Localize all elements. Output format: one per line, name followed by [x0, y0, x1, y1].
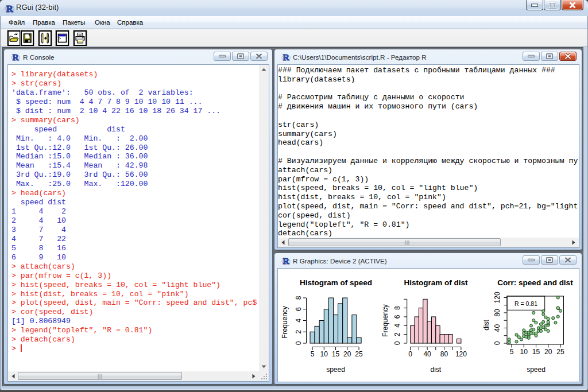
- svg-text:15: 15: [532, 348, 540, 356]
- svg-text:dist: dist: [482, 320, 490, 331]
- svg-text:8: 8: [393, 306, 401, 310]
- svg-text:120: 120: [493, 292, 501, 303]
- svg-text:2: 2: [295, 330, 303, 334]
- svg-text:8: 8: [295, 296, 303, 300]
- svg-text:15: 15: [332, 350, 340, 358]
- svg-text:R: R: [6, 3, 13, 13]
- svg-text:Frequency: Frequency: [381, 304, 389, 337]
- svg-text:0: 0: [295, 341, 303, 345]
- svg-text:R: R: [283, 52, 289, 61]
- svg-text:Frequency: Frequency: [281, 306, 289, 339]
- svg-text:25: 25: [556, 348, 564, 356]
- svg-text:25: 25: [355, 350, 363, 358]
- svg-text:80: 80: [440, 350, 448, 358]
- svg-text:speed: speed: [527, 366, 546, 374]
- svg-text:2: 2: [393, 332, 401, 336]
- svg-text:5: 5: [311, 350, 315, 358]
- svg-text:0: 0: [393, 341, 401, 345]
- svg-text:dist: dist: [430, 366, 441, 374]
- svg-text:40: 40: [493, 324, 501, 332]
- svg-text:5: 5: [510, 348, 514, 356]
- svg-text:80: 80: [493, 309, 501, 317]
- svg-text:4: 4: [295, 319, 303, 323]
- svg-text:10: 10: [520, 348, 528, 356]
- svg-text:Corr: speed and dist: Corr: speed and dist: [497, 278, 573, 287]
- svg-text:Histogram of dist: Histogram of dist: [404, 278, 468, 287]
- svg-text:120: 120: [455, 350, 467, 358]
- svg-text:speed: speed: [326, 366, 345, 374]
- svg-text:4: 4: [393, 324, 401, 328]
- svg-text:Histogram of speed: Histogram of speed: [300, 278, 372, 287]
- svg-text:0: 0: [408, 350, 412, 358]
- svg-text:0: 0: [493, 341, 501, 345]
- svg-text:40: 40: [423, 350, 431, 358]
- svg-text:20: 20: [343, 350, 351, 358]
- svg-text:10: 10: [320, 350, 328, 358]
- svg-text:6: 6: [393, 315, 401, 319]
- svg-text:R: R: [283, 256, 289, 265]
- svg-text:R: R: [12, 52, 19, 61]
- svg-text:20: 20: [544, 348, 552, 356]
- svg-text:6: 6: [295, 307, 303, 311]
- svg-text:R = 0.81: R = 0.81: [514, 300, 537, 307]
